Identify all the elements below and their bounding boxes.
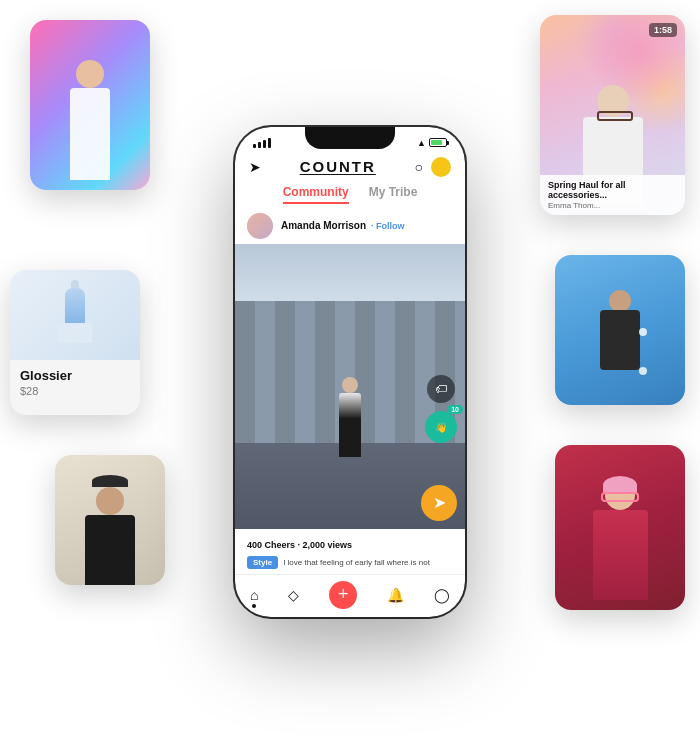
dot1 bbox=[639, 328, 647, 336]
card-man-hat-photo bbox=[55, 455, 165, 585]
search-icon[interactable]: ○ bbox=[415, 159, 423, 175]
app-logo: COUNTR bbox=[300, 158, 376, 175]
user-avatar[interactable] bbox=[431, 157, 451, 177]
person-body bbox=[70, 88, 110, 180]
card-product[interactable]: Glossier $28 bbox=[10, 270, 140, 415]
phone-notch bbox=[305, 127, 395, 149]
person-head5 bbox=[605, 480, 635, 510]
card-man-hat[interactable] bbox=[55, 455, 165, 585]
product-price: $28 bbox=[20, 385, 130, 397]
tag-nav-icon: ◇ bbox=[288, 587, 299, 603]
tab-community[interactable]: Community bbox=[283, 185, 349, 204]
cheers-count: 10 bbox=[447, 405, 463, 414]
phone-screen: ▲ ➤ COUNTR ○ Community My Tr bbox=[235, 127, 465, 617]
stats-text: 400 Cheers · 2,000 views bbox=[247, 540, 352, 550]
caption-area: Style I love that feeling of early fall … bbox=[235, 554, 465, 574]
bell-icon: 🔔 bbox=[387, 587, 404, 603]
card-mid-right[interactable] bbox=[555, 255, 685, 405]
signal-bar-1 bbox=[253, 144, 256, 148]
nav-add[interactable]: + bbox=[329, 581, 357, 609]
signal-bar-3 bbox=[263, 140, 266, 148]
product-bottle bbox=[65, 288, 85, 343]
card-caption-title: Spring Haul for all accessories... bbox=[548, 180, 677, 200]
battery-fill bbox=[431, 140, 442, 145]
follow-button[interactable]: · Follow bbox=[371, 221, 405, 231]
person-body4 bbox=[600, 310, 640, 370]
cheers-button[interactable]: 👋 10 bbox=[425, 411, 457, 443]
product-photo bbox=[10, 270, 140, 360]
nav-arrow-icon[interactable]: ➤ bbox=[249, 159, 261, 175]
person-head2 bbox=[96, 487, 124, 515]
product-info: Glossier $28 bbox=[10, 360, 140, 405]
person-body5 bbox=[593, 510, 648, 600]
person-body2 bbox=[85, 515, 135, 585]
card-top-right-photo: 1:58 Spring Haul for all accessories... … bbox=[540, 15, 685, 215]
person-figure-mr bbox=[585, 290, 655, 400]
person-head4 bbox=[609, 290, 631, 312]
signal-bars bbox=[253, 138, 271, 148]
product-box bbox=[58, 323, 93, 343]
card-bot-right[interactable] bbox=[555, 445, 685, 610]
app-header: ➤ COUNTR ○ bbox=[235, 153, 465, 181]
card-caption-tr: Spring Haul for all accessories... Emma … bbox=[540, 175, 685, 215]
product-name: Glossier bbox=[20, 368, 130, 383]
hat bbox=[92, 475, 128, 487]
tabs: Community My Tribe bbox=[235, 181, 465, 208]
card-top-right[interactable]: 1:58 Spring Haul for all accessories... … bbox=[540, 15, 685, 215]
figure-body bbox=[339, 393, 361, 457]
post-stats: 400 Cheers · 2,000 views bbox=[235, 529, 465, 554]
feed-image[interactable]: 🏷 👋 10 ➤ bbox=[235, 244, 465, 529]
person-head3 bbox=[597, 85, 629, 117]
author-avatar bbox=[247, 213, 273, 239]
status-icons: ▲ bbox=[417, 138, 447, 148]
card-caption-subtitle: Emma Thom... bbox=[548, 201, 677, 210]
add-button[interactable]: + bbox=[329, 581, 357, 609]
card-top-left-photo bbox=[30, 20, 150, 190]
author-info: Amanda Morrison · Follow bbox=[281, 220, 405, 231]
tag-button[interactable]: 🏷 bbox=[427, 375, 455, 403]
person-figure-br bbox=[580, 480, 660, 600]
signal-bar-4 bbox=[268, 138, 271, 148]
bottom-nav: ⌂ ◇ + 🔔 ◯ bbox=[235, 574, 465, 617]
video-timer: 1:58 bbox=[649, 23, 677, 37]
person-head bbox=[76, 60, 104, 88]
nav-profile[interactable]: ◯ bbox=[434, 587, 450, 603]
home-icon: ⌂ bbox=[250, 587, 258, 603]
battery-tip bbox=[447, 141, 449, 145]
nav-bell[interactable]: 🔔 bbox=[387, 587, 404, 603]
signal-bar-2 bbox=[258, 142, 261, 148]
nav-home[interactable]: ⌂ bbox=[250, 587, 258, 603]
tab-my-tribe[interactable]: My Tribe bbox=[369, 185, 418, 204]
wifi-icon: ▲ bbox=[417, 138, 426, 148]
phone: ▲ ➤ COUNTR ○ Community My Tr bbox=[235, 127, 465, 617]
dot2 bbox=[639, 367, 647, 375]
card-bot-right-photo bbox=[555, 445, 685, 610]
main-scene: Glossier $28 1:58 Spring Haul fo bbox=[0, 0, 700, 743]
card-mid-right-photo bbox=[555, 255, 685, 405]
pink-glasses bbox=[601, 492, 639, 502]
post-author-row: Amanda Morrison · Follow bbox=[235, 208, 465, 244]
style-badge[interactable]: Style bbox=[247, 556, 278, 569]
share-icon: ➤ bbox=[433, 493, 446, 512]
share-button[interactable]: ➤ bbox=[421, 485, 457, 521]
cheers-icon: 👋 bbox=[435, 422, 447, 433]
header-right-icons: ○ bbox=[415, 157, 451, 177]
card-top-left[interactable] bbox=[30, 20, 150, 190]
profile-icon: ◯ bbox=[434, 587, 450, 603]
battery-icon bbox=[429, 138, 447, 147]
nav-tag[interactable]: ◇ bbox=[288, 587, 299, 603]
caption-row: Style I love that feeling of early fall … bbox=[247, 556, 453, 569]
author-name: Amanda Morrison bbox=[281, 220, 366, 231]
caption-text: I love that feeling of early fall where … bbox=[283, 558, 430, 567]
action-buttons: 🏷 👋 10 bbox=[425, 375, 457, 443]
glasses bbox=[597, 111, 633, 121]
figure-head bbox=[342, 377, 358, 393]
post-figure bbox=[330, 377, 370, 457]
